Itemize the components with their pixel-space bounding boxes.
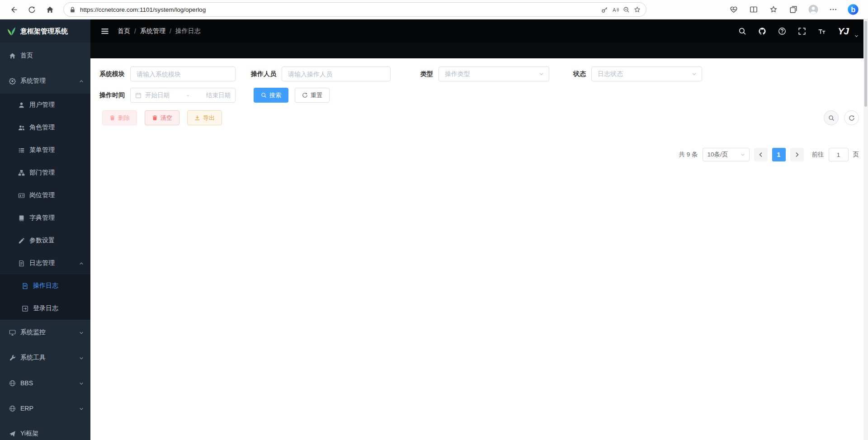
font-size-button[interactable] <box>818 27 826 35</box>
address-bar[interactable]: https://ccnetcore.com:1101/system/log/op… <box>63 2 646 17</box>
read-aloud-icon[interactable]: A <box>612 6 619 13</box>
users-icon <box>18 124 25 131</box>
sidebar-item-label: 首页 <box>20 52 84 60</box>
toggle-search-button[interactable] <box>824 110 839 125</box>
breadcrumb-separator: / <box>170 28 171 35</box>
fullscreen-button[interactable] <box>798 27 806 35</box>
browser-reload-button[interactable] <box>24 2 40 17</box>
question-button[interactable] <box>778 27 786 35</box>
org-tree-icon <box>18 170 25 176</box>
sidebar-item-label: 系统监控 <box>20 328 74 336</box>
sidebar-item-5[interactable]: 菜单管理 <box>0 139 90 161</box>
next-page-button[interactable] <box>790 148 804 161</box>
sidebar-item-1[interactable]: 首页 <box>0 43 90 68</box>
time-label: 操作时间 <box>99 91 125 99</box>
home-icon <box>46 6 54 14</box>
favorites-button[interactable] <box>766 2 781 17</box>
sidebar-item-9[interactable]: 参数设置 <box>0 229 90 252</box>
app-logo[interactable]: 意框架管理系统 <box>0 19 90 43</box>
operator-input[interactable] <box>282 66 391 81</box>
sidebar-item-label: 岗位管理 <box>29 191 84 199</box>
browser-essentials-button[interactable] <box>726 2 741 17</box>
password-key-icon[interactable] <box>601 6 608 13</box>
collections-button[interactable] <box>786 2 801 17</box>
split-screen-icon <box>750 5 758 14</box>
sidebar-item-14[interactable]: 系统工具 <box>0 345 90 370</box>
search-button[interactable]: 搜索 <box>254 88 288 103</box>
module-input[interactable] <box>130 66 236 81</box>
breadcrumb-separator: / <box>134 28 136 35</box>
filter-time: 操作时间 开始日期 - 结束日期 <box>99 88 236 103</box>
chevron-left-icon <box>757 151 764 158</box>
export-button-label: 导出 <box>203 114 215 122</box>
globe-icon <box>9 405 16 412</box>
page-1-button[interactable]: 1 <box>772 148 786 161</box>
zoom-icon[interactable] <box>623 6 630 13</box>
search-icon <box>261 92 267 98</box>
sidebar-item-label: 系统工具 <box>20 354 74 362</box>
status-select[interactable]: 日志状态 <box>591 66 702 81</box>
sidebar-item-13[interactable]: 系统监控 <box>0 320 90 345</box>
sidebar-item-6[interactable]: 部门管理 <box>0 161 90 184</box>
bing-copilot-button[interactable]: b <box>845 2 861 17</box>
user-avatar[interactable]: YJ <box>838 26 849 37</box>
page-size-select[interactable]: 10条/页 <box>703 148 750 161</box>
search-button[interactable] <box>738 27 746 35</box>
type-select[interactable]: 操作类型 <box>439 66 549 81</box>
browser-back-button[interactable] <box>5 2 22 17</box>
sidebar-item-3[interactable]: 用户管理 <box>0 94 90 116</box>
github-button[interactable] <box>758 27 766 35</box>
delete-button[interactable]: 删除 <box>102 110 137 125</box>
chevron-down-icon <box>740 152 745 157</box>
split-screen-button[interactable] <box>746 2 761 17</box>
sidebar-item-4[interactable]: 角色管理 <box>0 116 90 139</box>
scrollbar-thumb[interactable] <box>864 21 867 107</box>
sidebar-item-7[interactable]: 岗位管理 <box>0 184 90 207</box>
goto-page-input[interactable] <box>829 148 849 161</box>
sidebar-item-16[interactable]: ERP <box>0 396 90 421</box>
sidebar-item-label: 日志管理 <box>29 259 74 267</box>
reset-button[interactable]: 重置 <box>295 88 330 103</box>
url-text[interactable]: https://ccnetcore.com:1101/system/log/op… <box>80 6 597 13</box>
clear-button[interactable]: 清空 <box>145 110 179 125</box>
topbar: 首页/系统管理/操作日志 YJ <box>90 19 868 43</box>
sidebar-item-label: 菜单管理 <box>29 146 84 154</box>
tab-bar <box>90 43 868 58</box>
profile-button[interactable] <box>806 2 821 17</box>
sidebar-toggle-icon[interactable] <box>100 27 109 36</box>
filter-operator: 操作人员 <box>251 66 391 81</box>
chevron-down-icon <box>79 355 84 360</box>
date-range-picker[interactable]: 开始日期 - 结束日期 <box>130 88 236 103</box>
browser-home-button[interactable] <box>42 2 58 17</box>
operator-label: 操作人员 <box>251 70 276 78</box>
browser-toolbar-icons: b <box>726 2 863 17</box>
sidebar-item-15[interactable]: BBS <box>0 370 90 396</box>
delete-button-label: 删除 <box>118 114 130 122</box>
svg-text:b: b <box>851 5 855 14</box>
sidebar-item-8[interactable]: 字典管理 <box>0 207 90 229</box>
filter-type: 类型 操作类型 <box>420 66 549 81</box>
chevron-down-icon <box>79 406 84 411</box>
page-scrollbar[interactable] <box>863 19 868 440</box>
id-card-icon <box>18 192 25 199</box>
add-favorite-icon[interactable] <box>634 6 641 13</box>
chevron-down-icon[interactable] <box>854 32 859 37</box>
sidebar-item-12[interactable]: 登录日志 <box>0 297 90 320</box>
browser-menu-button[interactable] <box>826 2 841 17</box>
breadcrumb-item-1[interactable]: 首页 <box>118 27 130 35</box>
export-button[interactable]: 导出 <box>187 110 222 125</box>
topbar-actions: YJ <box>738 26 859 37</box>
svg-text:A: A <box>613 7 616 12</box>
prev-page-button[interactable] <box>754 148 768 161</box>
sidebar-menu: 首页系统管理用户管理角色管理菜单管理部门管理岗位管理字典管理参数设置日志管理操作… <box>0 43 90 440</box>
clear-button-label: 清空 <box>160 114 172 122</box>
sidebar-item-label: 部门管理 <box>29 169 84 177</box>
refresh-table-button[interactable] <box>844 110 859 125</box>
sidebar-item-10[interactable]: 日志管理 <box>0 252 90 274</box>
sidebar-item-11[interactable]: 操作日志 <box>0 274 90 297</box>
book-icon <box>18 215 25 222</box>
sidebar-item-2[interactable]: 系统管理 <box>0 68 90 94</box>
monitor-icon <box>9 329 16 336</box>
sidebar-item-17[interactable]: Yi框架 <box>0 421 90 440</box>
breadcrumb-item-2[interactable]: 系统管理 <box>140 27 165 35</box>
